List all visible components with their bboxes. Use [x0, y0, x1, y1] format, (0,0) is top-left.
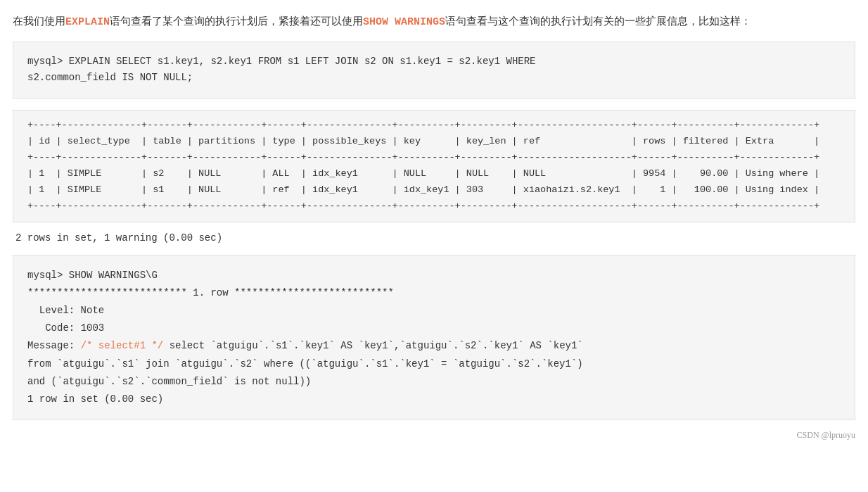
warnings-level: Level: Note [39, 305, 104, 316]
show-warnings-block: mysql> SHOW WARNINGS\G *****************… [13, 255, 855, 421]
warnings-message-highlight: /* select#1 */ [81, 340, 164, 351]
intro-paragraph: 在我们使用EXPLAIN语句查看了某个查询的执行计划后，紧接着还可以使用SHOW… [13, 13, 855, 32]
explain-keyword: EXPLAIN [65, 16, 110, 28]
table-header: | id | select_type | table | partitions … [27, 136, 819, 146]
intro-before-explain: 在我们使用 [13, 15, 65, 27]
explain-result-table: +----+--------------+-------+-----------… [13, 110, 855, 222]
warnings-message-body1: select `atguigu`.`s1`.`key1` AS `key1`,`… [163, 340, 583, 351]
table-row-2: | 1 | SIMPLE | s1 | NULL | ref | idx_key… [27, 184, 819, 195]
footer-note: CSDN @lpruoyu [13, 430, 855, 441]
warnings-stars: *************************** 1. row *****… [27, 287, 394, 298]
explain-code-block: mysql> EXPLAIN SELECT s1.key1, s2.key1 F… [13, 42, 855, 99]
table-row-1: | 1 | SIMPLE | s2 | NULL | ALL | idx_key… [27, 168, 819, 179]
warnings-message-body3: and (`atguigu`.`s2`.`common_field` is no… [27, 376, 311, 387]
warnings-message-body2: from `atguigu`.`s1` join `atguigu`.`s2` … [27, 358, 583, 370]
table-separator-bottom: +----+--------------+-------+-----------… [27, 201, 819, 211]
code-content: mysql> EXPLAIN SELECT s1.key1, s2.key1 F… [27, 56, 536, 84]
warnings-command: mysql> SHOW WARNINGS\G [27, 270, 158, 281]
table-separator-mid1: +----+--------------+-------+-----------… [27, 152, 819, 163]
warnings-code: Code: 1003 [45, 322, 104, 334]
show-warnings-keyword: SHOW WARNINGS [363, 16, 445, 28]
intro-middle: 语句查看了某个查询的执行计划后，紧接着还可以使用 [110, 15, 363, 27]
warnings-final-note: 1 row in set (0.00 sec) [27, 393, 163, 405]
table-separator-top: +----+--------------+-------+-----------… [27, 120, 819, 130]
intro-after-show: 语句查看与这个查询的执行计划有关的一些扩展信息，比如这样： [445, 15, 751, 27]
warnings-message-label: Message: [27, 340, 75, 351]
result-note: 2 rows in set, 1 warning (0.00 sec) [13, 232, 855, 244]
